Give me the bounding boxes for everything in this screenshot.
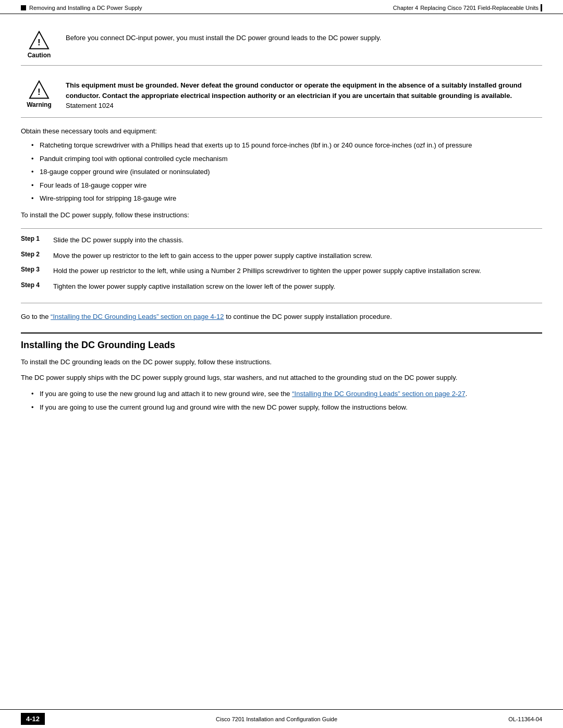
list-item: Panduit crimping tool with optional cont… — [31, 154, 542, 164]
header-bar-icon — [541, 4, 542, 11]
tools-closing: To install the DC power supply, follow t… — [21, 210, 542, 220]
warning-icon-area: ! Warning — [21, 80, 57, 108]
svg-text:!: ! — [38, 37, 41, 47]
tools-intro: Obtain these necessary tools and equipme… — [21, 126, 542, 137]
bullet2-item0-link[interactable]: “Installing the DC Grounding Leads” sect… — [292, 390, 465, 398]
caution-text: Before you connect DC-input power, you m… — [66, 31, 381, 43]
step-text-1: Slide the DC power supply into the chass… — [53, 235, 542, 245]
step-row-3: Step 3 Hold the power up restrictor to t… — [21, 266, 542, 276]
section-bullet-list: If you are going to use the new ground l… — [21, 389, 542, 412]
header-left: Removing and Installing a DC Power Suppl… — [21, 5, 142, 11]
header-chapter-title: Replacing Cisco 7201 Field-Replaceable U… — [420, 5, 538, 11]
caution-triangle-icon: ! — [29, 31, 50, 50]
footer-doc-title: Cisco 7201 Installation and Configuratio… — [216, 716, 337, 722]
warning-text: This equipment must be grounded. Never d… — [66, 80, 542, 111]
header-chapter: Chapter 4 — [393, 5, 418, 11]
caution-label: Caution — [28, 52, 51, 59]
list-item: 18-gauge copper ground wire (insulated o… — [31, 167, 542, 177]
step-label-4: Step 4 — [21, 281, 47, 289]
warning-triangle-icon: ! — [29, 80, 50, 99]
caution-block: ! Caution Before you connect DC-input po… — [21, 24, 542, 66]
svg-text:!: ! — [38, 87, 41, 97]
bullet2-item0-prefix: If you are going to use the new ground l… — [40, 390, 292, 398]
nav-link[interactable]: “Installing the DC Grounding Leads” sect… — [51, 313, 224, 320]
bullet2-item0-suffix: . — [466, 390, 468, 398]
bullet2-item1-prefix: If you are going to use the current grou… — [40, 403, 408, 411]
warning-label: Warning — [27, 101, 52, 108]
warning-bold-text: This equipment must be grounded. Never d… — [66, 81, 522, 100]
header-right: Chapter 4 Replacing Cisco 7201 Field-Rep… — [393, 4, 542, 11]
warning-block: ! Warning This equipment must be grounde… — [21, 74, 542, 118]
tools-section: Obtain these necessary tools and equipme… — [21, 126, 542, 220]
tools-list: Ratcheting torque screwdriver with a Phi… — [21, 140, 542, 204]
header-section: Removing and Installing a DC Power Suppl… — [29, 5, 142, 11]
nav-prefix: Go to the — [21, 313, 51, 320]
section-intro-para: To install the DC grounding leads on the… — [21, 357, 542, 368]
step-row-2: Step 2 Move the power up restrictor to t… — [21, 251, 542, 261]
nav-paragraph: Go to the “Installing the DC Grounding L… — [21, 312, 542, 322]
section-heading: Installing the DC Grounding Leads — [21, 332, 542, 351]
step-label-1: Step 1 — [21, 235, 47, 242]
footer-doc-number: OL-11364-04 — [508, 716, 542, 722]
step-label-2: Step 2 — [21, 251, 47, 258]
page-header: Removing and Installing a DC Power Suppl… — [0, 0, 563, 14]
page-footer: 4-12 Cisco 7201 Installation and Configu… — [0, 709, 563, 728]
section-body-para: The DC power supply ships with the DC po… — [21, 373, 542, 384]
list-item: If you are going to use the new ground l… — [31, 389, 542, 399]
list-item: If you are going to use the current grou… — [31, 402, 542, 413]
list-item: Four leads of 18-gauge copper wire — [31, 180, 542, 191]
warning-statement: Statement 1024 — [66, 102, 114, 109]
list-item: Ratcheting torque screwdriver with a Phi… — [31, 140, 542, 151]
step-row-1: Step 1 Slide the DC power supply into th… — [21, 235, 542, 245]
caution-icon-area: ! Caution — [21, 31, 57, 59]
main-content: ! Caution Before you connect DC-input po… — [0, 14, 563, 450]
list-item: Wire-stripping tool for stripping 18-gau… — [31, 193, 542, 204]
footer-page-number: 4-12 — [21, 713, 45, 725]
step-text-4: Tighten the lower power supply captive i… — [53, 281, 542, 292]
step-row-4: Step 4 Tighten the lower power supply ca… — [21, 281, 542, 292]
header-square-icon — [21, 5, 26, 10]
step-label-3: Step 3 — [21, 266, 47, 273]
step-text-2: Move the power up restrictor to the left… — [53, 251, 542, 261]
nav-suffix: to continue the DC power supply installa… — [224, 313, 392, 320]
step-text-3: Hold the power up restrictor to the left… — [53, 266, 542, 276]
steps-section: Step 1 Slide the DC power supply into th… — [21, 228, 542, 303]
